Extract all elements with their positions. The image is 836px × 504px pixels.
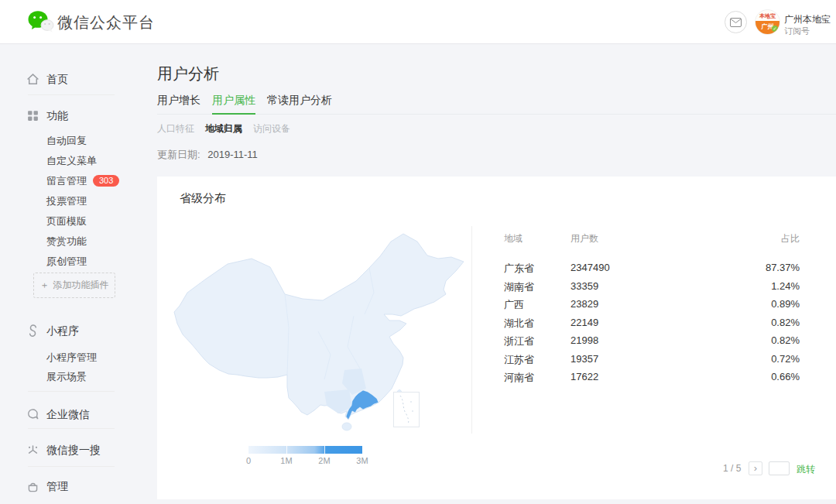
table-cell-share: 0.72% bbox=[771, 353, 800, 365]
sidebar-item-vote-manage[interactable]: 投票管理 bbox=[46, 194, 87, 208]
update-date-label: 更新日期: bbox=[157, 149, 200, 160]
table-cell-users: 17622 bbox=[570, 371, 598, 382]
jump-button[interactable]: 跳转 bbox=[797, 463, 815, 476]
vertical-divider bbox=[471, 226, 472, 434]
sidebar-item-original-manage[interactable]: 原创管理 bbox=[46, 255, 87, 269]
update-date-row: 更新日期: 2019-11-11 bbox=[157, 148, 258, 162]
wechat-logo-icon bbox=[28, 10, 54, 33]
color-scale bbox=[248, 446, 362, 454]
south-sea-inset bbox=[393, 392, 420, 427]
table-cell-share: 0.82% bbox=[771, 334, 800, 346]
column-header-users: 用户数 bbox=[570, 232, 598, 245]
chevron-down-icon[interactable] bbox=[821, 18, 827, 22]
add-plugin-button[interactable]: ＋ 添加功能插件 bbox=[33, 273, 115, 298]
sidebar-label: 功能 bbox=[46, 109, 68, 123]
sidebar-item-miniprogram[interactable]: 小程序 bbox=[0, 324, 142, 341]
hainan-region bbox=[342, 423, 351, 430]
next-page-button[interactable]: › bbox=[749, 461, 762, 475]
sidebar-item-manage[interactable]: 管理 bbox=[0, 479, 142, 496]
top-header: 微信公众平台 本地宝 广州 ✓ 广州本地宝 订阅号 bbox=[0, 0, 836, 44]
sidebar-label: 小程序 bbox=[46, 324, 79, 338]
account-type: 订阅号 bbox=[784, 26, 810, 37]
scale-tick-label: 0 bbox=[246, 456, 251, 465]
china-outline bbox=[174, 234, 464, 420]
sidebar-item-display-scene[interactable]: 展示场景 bbox=[46, 370, 87, 384]
app-title: 微信公众平台 bbox=[57, 12, 155, 33]
sidebar-item-message-manage[interactable]: 留言管理303 bbox=[46, 174, 119, 188]
page-title: 用户分析 bbox=[157, 63, 219, 84]
column-header-region: 地域 bbox=[504, 232, 522, 245]
sidebar-divider bbox=[28, 466, 115, 467]
tab-user-growth[interactable]: 用户增长 bbox=[157, 94, 200, 114]
sidebar-item-wechat-search[interactable]: 微信搜一搜 bbox=[0, 443, 142, 460]
subtab-demographics[interactable]: 人口特征 bbox=[157, 122, 194, 135]
sidebar-item-reward[interactable]: 赞赏功能 bbox=[46, 235, 87, 249]
envelope-icon bbox=[730, 18, 742, 27]
table-cell-users: 19357 bbox=[570, 353, 598, 365]
miniprogram-icon bbox=[26, 324, 39, 338]
sidebar-item-work-wechat[interactable]: 企业微信 bbox=[0, 407, 142, 424]
search-spark-icon bbox=[26, 444, 39, 457]
tab-frequent-readers[interactable]: 常读用户分析 bbox=[267, 94, 332, 114]
chat-bubble-icon bbox=[26, 408, 39, 421]
subtab-bar: 人口特征 地域归属 访问设备 bbox=[157, 122, 290, 135]
subtab-region[interactable]: 地域归属 bbox=[205, 122, 242, 135]
sidebar-divider bbox=[28, 94, 115, 95]
table-cell-region: 浙江省 bbox=[504, 334, 534, 348]
scale-tick-label: 1M bbox=[280, 456, 292, 465]
table-cell-share: 1.24% bbox=[771, 280, 800, 292]
update-date-value: 2019-11-11 bbox=[207, 149, 258, 160]
sidebar-item-page-template[interactable]: 页面模版 bbox=[46, 214, 87, 228]
table-cell-region: 广东省 bbox=[504, 262, 534, 276]
table-cell-users: 22149 bbox=[570, 317, 598, 328]
tab-bar: 用户增长 用户属性 常读用户分析 bbox=[157, 94, 836, 115]
table-cell-region: 湖南省 bbox=[504, 280, 534, 294]
sidebar-divider bbox=[28, 428, 115, 429]
avatar[interactable]: 本地宝 广州 ✓ bbox=[755, 9, 780, 35]
subtab-devices[interactable]: 访问设备 bbox=[253, 122, 290, 135]
china-map[interactable] bbox=[171, 231, 470, 438]
plus-icon: ＋ bbox=[40, 279, 50, 292]
sidebar-label: 微信搜一搜 bbox=[46, 444, 101, 458]
province-distribution-card: 省级分布 0 1M 2M 3M 地域 用户数 占比 广东省 2347490 87… bbox=[157, 177, 836, 499]
scale-tick-label: 2M bbox=[318, 456, 330, 465]
grid-icon bbox=[26, 109, 39, 122]
table-cell-share: 0.89% bbox=[771, 298, 800, 310]
table-cell-users: 21998 bbox=[570, 334, 598, 346]
jump-page-input[interactable] bbox=[769, 461, 790, 475]
table-cell-region: 湖北省 bbox=[504, 317, 534, 331]
table-cell-region: 广西 bbox=[504, 298, 524, 312]
sidebar-item-functions[interactable]: 功能 bbox=[0, 108, 142, 125]
table-cell-users: 2347490 bbox=[570, 262, 610, 273]
sidebar: 首页 功能 自动回复 自定义菜单 留言管理303 投票管理 页面模版 赞赏功能 … bbox=[0, 44, 142, 504]
column-header-share: 占比 bbox=[781, 232, 800, 245]
tab-user-attributes[interactable]: 用户属性 bbox=[212, 94, 255, 115]
section-title: 省级分布 bbox=[180, 191, 226, 206]
sidebar-divider bbox=[28, 391, 115, 392]
sidebar-label: 首页 bbox=[46, 73, 68, 87]
table-cell-users: 23829 bbox=[570, 298, 598, 310]
scale-tick-label: 3M bbox=[356, 456, 368, 465]
table-cell-users: 33359 bbox=[570, 280, 598, 292]
sidebar-label: 企业微信 bbox=[46, 408, 90, 422]
avatar-text-top: 本地宝 bbox=[755, 10, 779, 21]
add-plugin-label: 添加功能插件 bbox=[53, 279, 109, 292]
table-cell-region: 江苏省 bbox=[504, 353, 534, 367]
pouch-icon bbox=[26, 480, 39, 493]
table-cell-share: 0.66% bbox=[771, 371, 800, 382]
table-cell-region: 河南省 bbox=[504, 371, 534, 385]
page-position: 1 / 5 bbox=[723, 463, 741, 474]
sidebar-label: 留言管理 bbox=[46, 175, 87, 187]
home-icon bbox=[26, 73, 39, 86]
sidebar-label: 管理 bbox=[46, 480, 68, 494]
sidebar-item-miniprogram-manage[interactable]: 小程序管理 bbox=[46, 351, 97, 365]
mail-button[interactable] bbox=[725, 11, 747, 33]
message-count-badge: 303 bbox=[93, 175, 119, 187]
sidebar-item-auto-reply[interactable]: 自动回复 bbox=[46, 134, 87, 148]
sidebar-item-custom-menu[interactable]: 自定义菜单 bbox=[46, 154, 97, 168]
table-cell-share: 87.37% bbox=[766, 262, 800, 273]
table-cell-share: 0.82% bbox=[771, 317, 800, 328]
sidebar-item-home[interactable]: 首页 bbox=[0, 72, 142, 89]
verified-check-icon: ✓ bbox=[772, 26, 778, 32]
